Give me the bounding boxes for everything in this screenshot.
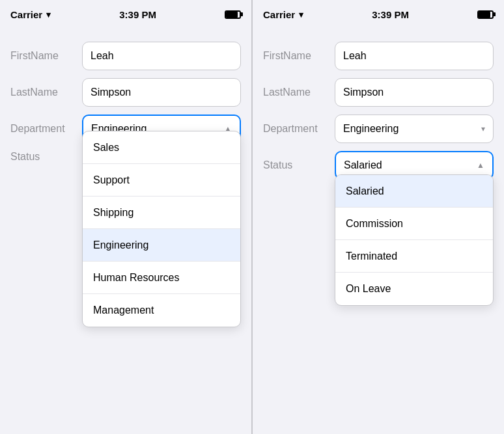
- lastname-label: LastName: [10, 87, 82, 98]
- battery-fill-right: [479, 12, 490, 18]
- firstname-label: FirstName: [10, 50, 82, 62]
- right-department-row: Department Engineering ▾: [263, 115, 494, 143]
- right-panel: Carrier ▾ 3:39 PM FirstName LastName Dep…: [252, 0, 504, 434]
- status-dropdown-menu: Salaried Commission Terminated On Leave: [335, 174, 494, 306]
- dropdown-item-hr[interactable]: Human Resources: [83, 262, 240, 294]
- status-bar-right-right-section: [477, 10, 494, 19]
- right-department-dropdown-trigger[interactable]: Engineering ▾: [335, 115, 494, 143]
- right-department-value: Engineering: [343, 123, 399, 135]
- status-bar-right-section: [225, 10, 241, 19]
- dropdown-item-commission[interactable]: Commission: [335, 208, 493, 240]
- carrier-label-right: Carrier: [263, 9, 295, 20]
- dropdown-item-shipping[interactable]: Shipping: [83, 197, 240, 229]
- department-label: Department: [10, 123, 82, 135]
- time-label-right: 3:39 PM: [372, 9, 409, 20]
- firstname-input[interactable]: [82, 42, 241, 70]
- right-status-arrow-icon: ▲: [477, 161, 484, 170]
- dropdown-item-terminated[interactable]: Terminated: [335, 240, 493, 273]
- right-form: FirstName LastName Department Engineerin…: [253, 29, 504, 434]
- lastname-row: LastName: [10, 78, 241, 107]
- right-lastname-input[interactable]: [335, 78, 494, 107]
- right-firstname-row: FirstName: [263, 42, 494, 70]
- right-department-label: Department: [263, 123, 335, 135]
- dropdown-item-support[interactable]: Support: [83, 164, 240, 197]
- wifi-icon: ▾: [46, 10, 51, 20]
- carrier-label: Carrier: [10, 9, 42, 20]
- dropdown-item-sales[interactable]: Sales: [83, 131, 240, 164]
- right-firstname-label: FirstName: [263, 50, 335, 62]
- department-dropdown-menu: Sales Support Shipping Engineering Human…: [82, 131, 241, 327]
- right-firstname-input[interactable]: [335, 42, 494, 70]
- battery-icon: [225, 10, 241, 19]
- left-form: FirstName LastName Department Engineerin…: [0, 29, 251, 434]
- right-lastname-label: LastName: [263, 87, 335, 98]
- firstname-row: FirstName: [10, 42, 241, 70]
- status-label: Status: [10, 151, 82, 163]
- left-panel: Carrier ▾ 3:39 PM FirstName LastName Dep…: [0, 0, 252, 434]
- battery-fill: [226, 12, 238, 18]
- dropdown-item-onleave[interactable]: On Leave: [335, 273, 493, 305]
- right-lastname-row: LastName: [263, 78, 494, 107]
- dropdown-item-engineering[interactable]: Engineering: [83, 229, 240, 262]
- dropdown-item-salaried[interactable]: Salaried: [335, 175, 493, 208]
- wifi-icon-right: ▾: [299, 10, 303, 20]
- status-bar-left-section: Carrier ▾: [10, 9, 51, 20]
- status-bar-right-left-section: Carrier ▾: [263, 9, 303, 20]
- status-bar-left: Carrier ▾ 3:39 PM: [0, 0, 251, 29]
- time-label: 3:39 PM: [119, 9, 156, 20]
- right-status-label: Status: [263, 159, 335, 171]
- right-status-value: Salaried: [344, 159, 382, 171]
- status-bar-right-panel: Carrier ▾ 3:39 PM: [253, 0, 504, 29]
- battery-icon-right: [477, 10, 494, 19]
- lastname-input[interactable]: [82, 78, 241, 107]
- right-department-arrow-icon: ▾: [481, 124, 485, 133]
- dropdown-item-management[interactable]: Management: [83, 294, 240, 327]
